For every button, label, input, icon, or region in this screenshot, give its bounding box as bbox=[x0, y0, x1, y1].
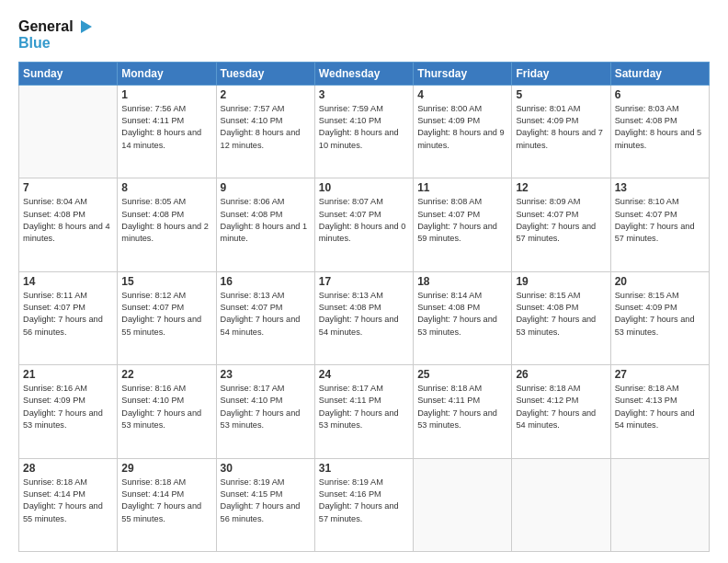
calendar-cell: 13Sunrise: 8:10 AMSunset: 4:07 PMDayligh… bbox=[610, 178, 709, 271]
calendar-cell: 15Sunrise: 8:12 AMSunset: 4:07 PMDayligh… bbox=[118, 271, 216, 364]
day-number: 4 bbox=[417, 88, 507, 101]
calendar-cell: 4Sunrise: 8:00 AMSunset: 4:09 PMDaylight… bbox=[414, 85, 512, 178]
logo-blue: Blue bbox=[18, 35, 92, 52]
calendar-week-1: 1Sunrise: 7:56 AMSunset: 4:11 PMDaylight… bbox=[19, 85, 710, 178]
day-number: 29 bbox=[121, 462, 211, 475]
weekday-thursday: Thursday bbox=[414, 62, 512, 85]
day-number: 28 bbox=[23, 462, 113, 475]
calendar-week-3: 14Sunrise: 8:11 AMSunset: 4:07 PMDayligh… bbox=[19, 271, 710, 364]
day-number: 13 bbox=[615, 181, 705, 194]
day-info: Sunrise: 8:18 AMSunset: 4:11 PMDaylight:… bbox=[417, 383, 507, 431]
day-number: 6 bbox=[615, 88, 705, 101]
calendar-cell: 28Sunrise: 8:18 AMSunset: 4:14 PMDayligh… bbox=[19, 458, 118, 551]
calendar-cell bbox=[19, 85, 118, 178]
weekday-saturday: Saturday bbox=[610, 62, 709, 85]
day-info: Sunrise: 8:00 AMSunset: 4:09 PMDaylight:… bbox=[417, 103, 507, 152]
day-number: 10 bbox=[319, 181, 409, 194]
day-number: 17 bbox=[319, 275, 409, 288]
calendar-cell: 2Sunrise: 7:57 AMSunset: 4:10 PMDaylight… bbox=[216, 85, 314, 178]
day-info: Sunrise: 8:15 AMSunset: 4:08 PMDaylight:… bbox=[516, 290, 606, 339]
day-number: 11 bbox=[417, 181, 507, 194]
calendar-cell: 17Sunrise: 8:13 AMSunset: 4:08 PMDayligh… bbox=[314, 271, 413, 364]
calendar-cell: 21Sunrise: 8:16 AMSunset: 4:09 PMDayligh… bbox=[19, 365, 118, 458]
day-number: 1 bbox=[121, 88, 211, 101]
day-info: Sunrise: 8:18 AMSunset: 4:12 PMDaylight:… bbox=[516, 383, 606, 431]
day-info: Sunrise: 8:06 AMSunset: 4:08 PMDaylight:… bbox=[221, 196, 311, 245]
day-number: 27 bbox=[615, 368, 705, 381]
calendar-cell: 16Sunrise: 8:13 AMSunset: 4:07 PMDayligh… bbox=[216, 271, 314, 364]
day-number: 26 bbox=[516, 368, 606, 381]
calendar-cell: 9Sunrise: 8:06 AMSunset: 4:08 PMDaylight… bbox=[216, 178, 314, 271]
day-info: Sunrise: 8:13 AMSunset: 4:08 PMDaylight:… bbox=[319, 290, 409, 339]
day-info: Sunrise: 8:03 AMSunset: 4:08 PMDaylight:… bbox=[615, 103, 705, 152]
day-number: 7 bbox=[23, 181, 113, 194]
day-number: 20 bbox=[615, 275, 705, 288]
day-info: Sunrise: 8:13 AMSunset: 4:07 PMDaylight:… bbox=[221, 290, 311, 339]
calendar-cell: 6Sunrise: 8:03 AMSunset: 4:08 PMDaylight… bbox=[610, 85, 709, 178]
day-number: 16 bbox=[221, 275, 311, 288]
day-number: 24 bbox=[319, 368, 409, 381]
day-info: Sunrise: 8:15 AMSunset: 4:09 PMDaylight:… bbox=[615, 290, 705, 339]
calendar-table: SundayMondayTuesdayWednesdayThursdayFrid… bbox=[18, 62, 710, 552]
weekday-sunday: Sunday bbox=[19, 62, 118, 85]
calendar-body: 1Sunrise: 7:56 AMSunset: 4:11 PMDaylight… bbox=[19, 85, 710, 551]
calendar-cell: 19Sunrise: 8:15 AMSunset: 4:08 PMDayligh… bbox=[512, 271, 610, 364]
logo-general: General bbox=[18, 18, 74, 35]
weekday-monday: Monday bbox=[118, 62, 216, 85]
calendar-cell: 8Sunrise: 8:05 AMSunset: 4:08 PMDaylight… bbox=[118, 178, 216, 271]
day-info: Sunrise: 8:11 AMSunset: 4:07 PMDaylight:… bbox=[23, 290, 113, 339]
calendar-cell: 18Sunrise: 8:14 AMSunset: 4:08 PMDayligh… bbox=[414, 271, 512, 364]
calendar-cell: 5Sunrise: 8:01 AMSunset: 4:09 PMDaylight… bbox=[512, 85, 610, 178]
day-info: Sunrise: 8:18 AMSunset: 4:14 PMDaylight:… bbox=[121, 477, 211, 525]
day-number: 2 bbox=[221, 88, 311, 101]
calendar-cell: 26Sunrise: 8:18 AMSunset: 4:12 PMDayligh… bbox=[512, 365, 610, 458]
logo-wordmark: General Blue bbox=[18, 18, 92, 52]
day-number: 30 bbox=[221, 462, 311, 475]
day-info: Sunrise: 8:14 AMSunset: 4:08 PMDaylight:… bbox=[417, 290, 507, 339]
day-info: Sunrise: 7:57 AMSunset: 4:10 PMDaylight:… bbox=[221, 103, 311, 152]
day-info: Sunrise: 8:16 AMSunset: 4:10 PMDaylight:… bbox=[121, 383, 211, 431]
calendar-cell: 10Sunrise: 8:07 AMSunset: 4:07 PMDayligh… bbox=[314, 178, 413, 271]
day-info: Sunrise: 7:56 AMSunset: 4:11 PMDaylight:… bbox=[121, 103, 211, 152]
calendar-week-5: 28Sunrise: 8:18 AMSunset: 4:14 PMDayligh… bbox=[19, 458, 710, 551]
day-number: 9 bbox=[221, 181, 311, 194]
calendar-cell: 29Sunrise: 8:18 AMSunset: 4:14 PMDayligh… bbox=[118, 458, 216, 551]
calendar-cell: 20Sunrise: 8:15 AMSunset: 4:09 PMDayligh… bbox=[610, 271, 709, 364]
day-number: 5 bbox=[516, 88, 606, 101]
day-number: 23 bbox=[221, 368, 311, 381]
calendar-cell: 1Sunrise: 7:56 AMSunset: 4:11 PMDaylight… bbox=[118, 85, 216, 178]
weekday-header-row: SundayMondayTuesdayWednesdayThursdayFrid… bbox=[19, 62, 710, 85]
header: General Blue bbox=[18, 15, 710, 52]
day-number: 21 bbox=[23, 368, 113, 381]
calendar-cell: 30Sunrise: 8:19 AMSunset: 4:15 PMDayligh… bbox=[216, 458, 314, 551]
calendar-cell: 14Sunrise: 8:11 AMSunset: 4:07 PMDayligh… bbox=[19, 271, 118, 364]
page: General Blue SundayMondayTuesdayWednesda… bbox=[0, 0, 728, 563]
day-info: Sunrise: 8:18 AMSunset: 4:13 PMDaylight:… bbox=[615, 383, 705, 431]
day-info: Sunrise: 8:17 AMSunset: 4:10 PMDaylight:… bbox=[221, 383, 311, 431]
day-info: Sunrise: 8:18 AMSunset: 4:14 PMDaylight:… bbox=[23, 477, 113, 525]
calendar-cell: 25Sunrise: 8:18 AMSunset: 4:11 PMDayligh… bbox=[414, 365, 512, 458]
calendar-cell bbox=[414, 458, 512, 551]
calendar-cell: 12Sunrise: 8:09 AMSunset: 4:07 PMDayligh… bbox=[512, 178, 610, 271]
day-number: 12 bbox=[516, 181, 606, 194]
day-info: Sunrise: 8:16 AMSunset: 4:09 PMDaylight:… bbox=[23, 383, 113, 431]
day-info: Sunrise: 8:01 AMSunset: 4:09 PMDaylight:… bbox=[516, 103, 606, 152]
svg-marker-0 bbox=[81, 20, 92, 33]
day-info: Sunrise: 8:19 AMSunset: 4:15 PMDaylight:… bbox=[221, 477, 311, 525]
logo-arrow-icon bbox=[75, 18, 92, 35]
day-info: Sunrise: 8:10 AMSunset: 4:07 PMDaylight:… bbox=[615, 196, 705, 245]
calendar-cell: 31Sunrise: 8:19 AMSunset: 4:16 PMDayligh… bbox=[314, 458, 413, 551]
day-info: Sunrise: 8:05 AMSunset: 4:08 PMDaylight:… bbox=[121, 196, 211, 245]
day-info: Sunrise: 8:09 AMSunset: 4:07 PMDaylight:… bbox=[516, 196, 606, 245]
calendar-cell bbox=[610, 458, 709, 551]
calendar-cell: 7Sunrise: 8:04 AMSunset: 4:08 PMDaylight… bbox=[19, 178, 118, 271]
calendar-week-4: 21Sunrise: 8:16 AMSunset: 4:09 PMDayligh… bbox=[19, 365, 710, 458]
day-number: 18 bbox=[417, 275, 507, 288]
calendar-cell bbox=[512, 458, 610, 551]
day-number: 14 bbox=[23, 275, 113, 288]
day-number: 15 bbox=[121, 275, 211, 288]
day-info: Sunrise: 8:04 AMSunset: 4:08 PMDaylight:… bbox=[23, 196, 113, 245]
calendar-cell: 22Sunrise: 8:16 AMSunset: 4:10 PMDayligh… bbox=[118, 365, 216, 458]
day-info: Sunrise: 8:12 AMSunset: 4:07 PMDaylight:… bbox=[121, 290, 211, 339]
calendar-cell: 23Sunrise: 8:17 AMSunset: 4:10 PMDayligh… bbox=[216, 365, 314, 458]
